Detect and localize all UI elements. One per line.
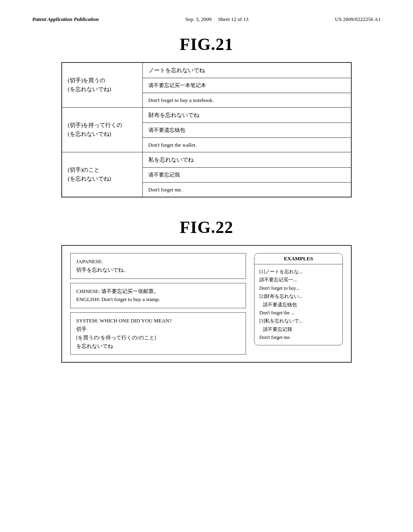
fig22-right-col: EXAMPLES [1]ノートを忘れな... 請不要忘记买一... Don't … — [254, 253, 343, 355]
fig22-system-label: SYSTEM: WHICH ONE DID YOU MEAN? — [76, 318, 172, 324]
fig22-japanese-label: JAPANESE: — [76, 258, 103, 264]
fig22-translation-line1: CHINESE: 请不要忘记买一张邮票。 — [76, 288, 159, 294]
table-left-cell-3: (切手)のこと(を忘れないでね) — [62, 152, 142, 197]
fig21-title: FIG.21 — [61, 35, 352, 54]
fig22-japanese-box: JAPANESE: 切手を忘れないでね。 — [70, 253, 246, 279]
fig21-section: FIG.21 (切手)を買うの(を忘れないでね) ノートを忘れないでね 请不要忘… — [61, 35, 352, 197]
fig22-system-text-1: 切手 — [76, 326, 87, 332]
fig22-main-row: JAPANESE: 切手を忘れないでね。 CHINESE: 请不要忘记买一张邮票… — [70, 253, 343, 355]
table-right-cell-2-zh: 请不要遗忘钱包 — [142, 123, 351, 138]
fig22-system-box: SYSTEM: WHICH ONE DID YOU MEAN? 切手 [を買うの… — [70, 312, 246, 355]
fig21-table: (切手)を買うの(を忘れないでね) ノートを忘れないでね 请不要忘记买一本笔记本… — [61, 62, 352, 197]
fig22-section: FIG.22 JAPANESE: 切手を忘れないでね。 CHINESE: 请不要… — [61, 218, 352, 363]
table-right-cell-3-en: Don't forget me. — [142, 182, 351, 197]
fig22-examples-body: [1]ノートを忘れな... 請不要忘记买一... Don't forget to… — [254, 264, 342, 345]
table-right-cell-1-en: Don't forget to buy a notebook. — [142, 93, 351, 108]
fig22-examples-box: EXAMPLES [1]ノートを忘れな... 請不要忘记买一... Don't … — [254, 253, 343, 345]
fig22-title: FIG.22 — [61, 218, 352, 237]
page: Patent Application Publication Sep. 3, 2… — [0, 0, 413, 532]
header-sheet: Sheet 12 of 13 — [218, 16, 248, 22]
fig22-translation-line2: ENGLISH: Don't forget to buy a stamp. — [76, 296, 160, 302]
table-right-cell-1-zh: 请不要忘记买一本笔记本 — [142, 78, 351, 93]
table-right-cell-1-jp: ノートを忘れないでね — [142, 62, 351, 78]
table-row: (切手)のこと(を忘れないでね) 私を忘れないでね — [62, 152, 351, 168]
table-right-cell-2-en: Don't forget the wallet. — [142, 137, 351, 152]
fig22-system-text-2: [を買うの/を持って行くの/のこと] — [76, 335, 156, 341]
header-patent-num: US 2009/0222256 A1 — [335, 16, 381, 23]
table-right-cell-3-jp: 私を忘れないでね — [142, 152, 351, 168]
fig22-system-text-3: を忘れないでね — [76, 343, 113, 349]
header-date-sheet: Sep. 3, 2009 Sheet 12 of 13 — [185, 16, 248, 23]
fig22-examples-header: EXAMPLES — [254, 254, 342, 264]
fig22-japanese-text: 切手を忘れないでね。 — [76, 267, 129, 273]
table-left-cell-2: (切手)を持って行くの(を忘れないでね) — [62, 108, 142, 152]
table-right-cell-2-jp: 財布を忘れないでね — [142, 108, 351, 123]
table-row: (切手)を持って行くの(を忘れないでね) 財布を忘れないでね — [62, 108, 351, 123]
fig22-translation-box: CHINESE: 请不要忘记买一张邮票。 ENGLISH: Don't forg… — [70, 283, 246, 309]
table-row: (切手)を買うの(を忘れないでね) ノートを忘れないでね — [62, 62, 351, 78]
header-publication: Patent Application Publication — [32, 16, 99, 23]
page-header: Patent Application Publication Sep. 3, 2… — [32, 16, 381, 23]
fig22-left-col: JAPANESE: 切手を忘れないでね。 CHINESE: 请不要忘记买一张邮票… — [70, 253, 246, 355]
fig22-outer-box: JAPANESE: 切手を忘れないでね。 CHINESE: 请不要忘记买一张邮票… — [61, 245, 352, 363]
table-right-cell-3-zh: 请不要忘记我 — [142, 168, 351, 183]
header-date: Sep. 3, 2009 — [185, 16, 211, 22]
table-left-cell-1: (切手)を買うの(を忘れないでね) — [62, 62, 142, 108]
